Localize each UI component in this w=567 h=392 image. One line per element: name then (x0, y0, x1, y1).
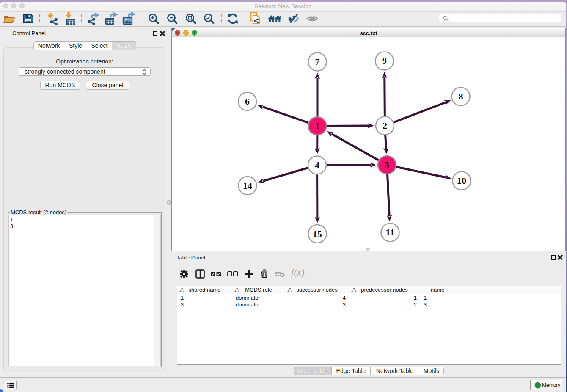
svg-text:3: 3 (385, 160, 389, 170)
svg-text:6: 6 (245, 96, 250, 107)
svg-text:8: 8 (459, 91, 463, 102)
svg-text:1: 1 (315, 121, 320, 131)
svg-text:11: 11 (386, 227, 395, 237)
svg-text:2: 2 (383, 120, 387, 131)
svg-text:15: 15 (313, 229, 322, 239)
svg-text:7: 7 (315, 56, 320, 67)
svg-text:9: 9 (382, 55, 387, 66)
svg-text:4: 4 (315, 160, 319, 170)
svg-text:14: 14 (243, 180, 252, 191)
svg-text:10: 10 (457, 175, 466, 186)
